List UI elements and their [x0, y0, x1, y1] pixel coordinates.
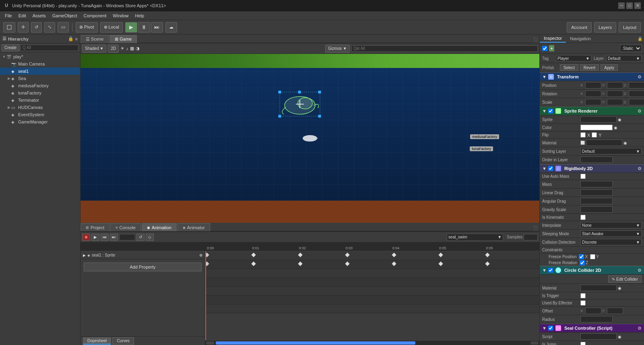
sprite-input[interactable]: seal1 — [580, 116, 617, 123]
local-button[interactable]: ⊕ Local — [100, 22, 123, 33]
hierarchy-search[interactable] — [21, 45, 78, 51]
playhead[interactable] — [205, 251, 206, 340]
medusa-factory-label[interactable]: medusaFactory — [470, 134, 499, 139]
collider-mat-input[interactable]: None (Physics Mat — [580, 285, 617, 291]
maximize-anim-icon[interactable]: ⬛ — [532, 224, 539, 231]
circle-collider-header[interactable]: ▼ ○ Circle Collider 2D ⚙ — [540, 266, 644, 275]
camera-icon-toolbar[interactable]: ◑ — [136, 46, 140, 51]
sprite-picker-icon[interactable]: ◉ — [618, 117, 621, 122]
tree-item-tuna[interactable]: ◈ tunaFactory — [0, 89, 80, 97]
material-input[interactable]: Sprites-Default — [586, 140, 622, 146]
keyframe-4-1[interactable] — [392, 253, 396, 257]
hierarchy-menu[interactable]: ≡ — [75, 37, 78, 41]
step-button[interactable]: ⏭ — [151, 22, 163, 33]
color-swatch[interactable] — [580, 125, 613, 130]
collision-dropdown[interactable]: Discrete▼ — [580, 239, 642, 245]
rotate-tool[interactable]: ↺ — [31, 22, 42, 33]
add-property-button[interactable]: Add Property — [84, 263, 202, 271]
menu-assets[interactable]: Assets — [29, 12, 49, 19]
timeline-track-6[interactable] — [205, 296, 539, 304]
scale-z-input[interactable]: 1 — [629, 99, 644, 105]
keyframe-3-2[interactable] — [345, 261, 349, 266]
hierarchy-create-button[interactable]: Create — [2, 44, 19, 51]
curves-button[interactable]: Curves — [112, 337, 134, 345]
hscroll-thumb[interactable] — [216, 341, 415, 345]
transform-header[interactable]: ▼ ⊕ Transform ⚙ — [540, 72, 644, 81]
tab-console[interactable]: ≡ Console — [110, 223, 141, 231]
tag-dropdown[interactable]: Player▼ — [556, 55, 591, 62]
linear-drag-input[interactable]: 0 — [580, 189, 613, 196]
close-button[interactable]: ✕ — [634, 2, 641, 9]
rigidbody2d-header[interactable]: ▼ ⊙ Rigidbody 2D ⚙ — [540, 164, 644, 173]
flip-y-checkbox[interactable] — [592, 132, 597, 138]
tab-project[interactable]: ⊞ Project — [80, 223, 109, 231]
timeline-track-4[interactable] — [205, 278, 539, 287]
pos-x-input[interactable]: -0.27 — [585, 82, 601, 88]
menu-component[interactable]: Component — [80, 12, 109, 19]
cloud-button[interactable]: ☁ — [165, 22, 177, 33]
rot-x-input[interactable]: 0 — [585, 90, 601, 97]
keyframe-2-2[interactable] — [298, 261, 303, 266]
timeline-track-5[interactable] — [205, 287, 539, 296]
tuna-factory-label[interactable]: tunaFactory — [470, 146, 493, 151]
offset-x-input[interactable]: 0 — [585, 308, 601, 314]
sun-icon[interactable]: ☀ — [120, 46, 124, 51]
object-active-checkbox[interactable] — [542, 46, 547, 51]
rot-z-input[interactable]: 0 — [629, 90, 644, 97]
minimize-button[interactable]: ─ — [618, 2, 625, 9]
revert-button[interactable]: Revert — [580, 64, 599, 71]
prev-key-button[interactable]: ⏮ — [101, 234, 109, 241]
layout-button[interactable]: Layout — [619, 22, 641, 33]
transform-settings-icon[interactable]: ⚙ — [638, 74, 642, 80]
layer-dropdown[interactable]: Default▼ — [606, 55, 642, 62]
angular-drag-input[interactable]: 0.05 — [580, 198, 613, 204]
timeline-hscrollbar[interactable] — [205, 340, 539, 345]
sc-settings-icon[interactable]: ⚙ — [638, 326, 642, 331]
freeze-rot-z-checkbox[interactable] — [580, 260, 585, 265]
effector-checkbox[interactable] — [580, 300, 586, 306]
keyframe-2-1[interactable] — [298, 253, 303, 257]
select-button[interactable]: Select — [560, 64, 578, 71]
clip-dropdown[interactable]: seal_swim▼ — [447, 234, 503, 241]
tree-item-term[interactable]: ◈ Terminator — [0, 97, 80, 104]
freeze-pos-y-checkbox[interactable] — [590, 254, 595, 259]
tree-item-hud[interactable]: ▶ ▭ HUDCanvas — [0, 104, 80, 111]
trigger-checkbox[interactable] — [580, 293, 586, 298]
inspector-tab[interactable]: Inspector — [540, 35, 566, 43]
tree-item-gameman[interactable]: ◈ GameManager — [0, 118, 80, 125]
tab-animation[interactable]: ◉ Animation — [142, 223, 177, 231]
pos-z-input[interactable]: 0 — [629, 82, 644, 88]
record-button[interactable]: ⏺ — [82, 234, 90, 241]
script-picker-icon[interactable]: ◉ — [618, 335, 621, 339]
effects-icon[interactable]: ▦ — [130, 46, 134, 51]
static-dropdown[interactable]: Static — [620, 45, 642, 52]
timeline-track-7[interactable] — [205, 304, 539, 313]
loop-button[interactable]: ↺ — [136, 234, 144, 241]
scale-x-input[interactable]: 1 — [585, 99, 601, 105]
kinematic-checkbox[interactable] — [580, 215, 586, 220]
keyframe-6-1[interactable] — [485, 253, 490, 257]
track-menu[interactable]: ⊕ — [199, 253, 202, 257]
dopesheet-button[interactable]: Dopesheet — [83, 337, 111, 345]
order-input[interactable]: 0 — [580, 156, 613, 163]
tree-item-seal1[interactable]: ◈ seal1 — [0, 68, 80, 75]
add-key-button[interactable]: ◇ — [146, 234, 154, 241]
keyframe-5-2[interactable] — [438, 261, 443, 266]
menu-help[interactable]: Help — [132, 12, 147, 19]
twod-button[interactable]: 2D — [108, 45, 119, 53]
timeline-track-1[interactable] — [205, 251, 539, 260]
tree-item-maincamera[interactable]: 📷 Main Camera — [0, 60, 80, 68]
tree-item-sea[interactable]: ▶ ◈ Sea — [0, 75, 80, 82]
layers-button[interactable]: Layers — [594, 22, 616, 33]
tab-game[interactable]: ⊞ Game — [109, 35, 137, 43]
sleeping-dropdown[interactable]: Start Awake▼ — [580, 230, 642, 237]
scene-search[interactable] — [351, 45, 538, 52]
keyframe-1-2[interactable] — [252, 261, 256, 266]
apply-button[interactable]: Apply — [601, 64, 618, 71]
shaded-dropdown[interactable]: Shaded▼ — [82, 45, 106, 53]
collider-mat-picker[interactable]: ◉ — [618, 286, 621, 290]
flip-x-checkbox[interactable] — [580, 132, 586, 138]
color-picker-icon[interactable]: ◉ — [614, 125, 617, 130]
rect-tool[interactable]: ▭ — [58, 22, 69, 33]
auto-mass-checkbox[interactable] — [580, 174, 586, 179]
